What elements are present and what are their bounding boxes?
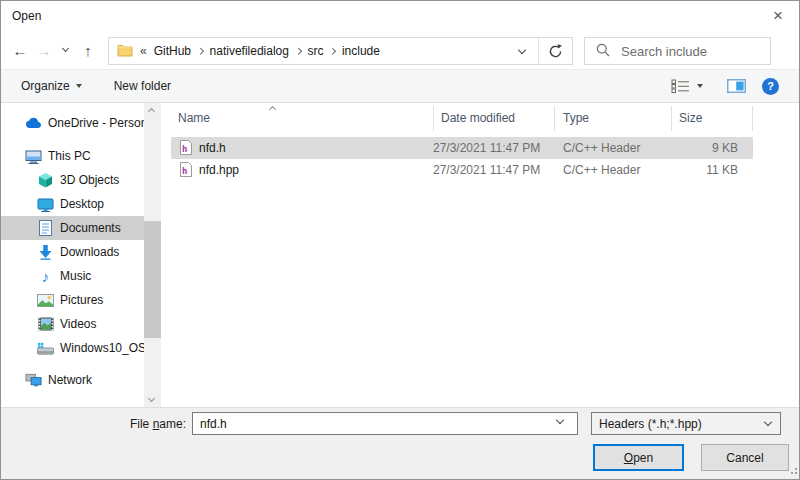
sidebar-item-label: Videos	[60, 317, 96, 331]
address-bar[interactable]: « GitHub nativefiledialog src include	[108, 37, 573, 65]
new-folder-label: New folder	[114, 79, 171, 93]
forward-button: →	[33, 31, 55, 69]
open-button[interactable]: Open	[593, 444, 684, 471]
search-box[interactable]	[584, 37, 771, 65]
caret-down-icon	[697, 84, 703, 88]
sidebar-items: OneDrive - Person This PC 3D Objects	[1, 111, 144, 392]
sidebar-item-videos[interactable]: Videos	[1, 312, 144, 336]
videos-icon	[37, 317, 54, 331]
sidebar-item-label: Windows10_OS (	[60, 341, 144, 355]
sidebar-item-label: Pictures	[60, 293, 103, 307]
cancel-button[interactable]: Cancel	[701, 444, 789, 471]
address-dropdown-chevron-icon[interactable]	[506, 38, 538, 64]
breadcrumb-chevron-icon[interactable]	[197, 48, 203, 54]
main-area: OneDrive - Person This PC 3D Objects	[1, 103, 800, 407]
sidebar-item-onedrive[interactable]: OneDrive - Person	[1, 111, 144, 135]
preview-pane-icon	[727, 79, 746, 93]
file-type-value: Headers (*.h;*.hpp)	[599, 417, 702, 431]
file-type: C/C++ Header	[563, 163, 640, 177]
header-file-icon: h	[180, 140, 192, 158]
navigation-row: ← → ↑ « GitHub nativefiledialog src incl…	[1, 31, 799, 69]
file-list: Name Date modified Type Size h nfd.h 27/…	[171, 103, 800, 407]
sidebar-item-label: 3D Objects	[60, 173, 119, 187]
breadcrumb-segment[interactable]: include	[337, 44, 385, 58]
search-input[interactable]	[619, 43, 770, 60]
file-name-input[interactable]	[192, 412, 578, 435]
column-divider[interactable]	[752, 106, 753, 131]
dialog-title: Open	[12, 9, 41, 23]
column-divider[interactable]	[554, 106, 555, 131]
onedrive-cloud-icon	[25, 117, 42, 129]
breadcrumb-chevron-icon[interactable]	[330, 48, 336, 54]
command-toolbar: Organize New folder ?	[1, 69, 799, 103]
breadcrumb-segment[interactable]: GitHub	[149, 44, 196, 58]
close-icon[interactable]: ×	[767, 5, 789, 27]
this-pc-icon	[25, 149, 42, 164]
open-file-dialog: Open × ← → ↑ « GitHub nativefiledialog s…	[0, 0, 800, 480]
documents-icon	[37, 220, 54, 236]
file-row-nfd-hpp[interactable]: h nfd.hpp 27/3/2021 11:47 PM C/C++ Heade…	[171, 159, 753, 181]
refresh-icon[interactable]	[539, 38, 572, 64]
details-view-icon	[671, 79, 691, 93]
organize-button[interactable]: Organize	[21, 79, 82, 93]
breadcrumb-overflow[interactable]: «	[140, 44, 147, 58]
breadcrumb-chevron-icon[interactable]	[295, 48, 301, 54]
column-header-date-modified[interactable]: Date modified	[441, 111, 515, 125]
breadcrumb-segment[interactable]: nativefiledialog	[205, 44, 294, 58]
recent-locations-chevron-icon[interactable]	[58, 31, 72, 69]
file-size: 9 KB	[641, 141, 738, 155]
network-icon	[25, 373, 42, 387]
scroll-up-icon[interactable]	[148, 108, 155, 115]
sidebar-item-label: This PC	[48, 149, 91, 163]
resize-grip-icon[interactable]	[788, 464, 798, 478]
sidebar-item-network[interactable]: Network	[1, 368, 144, 392]
sidebar-item-downloads[interactable]: Downloads	[1, 240, 144, 264]
breadcrumb-segment[interactable]: src	[302, 44, 328, 58]
file-name-label: File name:	[1, 417, 186, 431]
file-size: 11 KB	[641, 163, 738, 177]
file-row-nfd-h[interactable]: h nfd.h 27/3/2021 11:47 PM C/C++ Header …	[171, 137, 753, 159]
sidebar-scrollbar[interactable]	[144, 103, 161, 407]
preview-pane-button[interactable]	[727, 79, 746, 93]
organize-label: Organize	[21, 79, 70, 93]
sidebar-item-3d-objects[interactable]: 3D Objects	[1, 168, 144, 192]
file-date-modified: 27/3/2021 11:47 PM	[433, 141, 540, 155]
new-folder-button[interactable]: New folder	[114, 79, 171, 93]
3d-objects-icon	[37, 172, 54, 188]
up-button[interactable]: ↑	[77, 31, 99, 69]
navigation-sidebar: OneDrive - Person This PC 3D Objects	[1, 103, 171, 407]
sidebar-spacer	[1, 135, 144, 144]
column-header-size[interactable]: Size	[679, 111, 702, 125]
sidebar-item-label: OneDrive - Person	[48, 116, 144, 130]
column-divider[interactable]	[433, 106, 434, 131]
address-bar-controls	[506, 38, 572, 64]
sidebar-item-label: Desktop	[60, 197, 104, 211]
column-header-name[interactable]: Name	[178, 111, 210, 125]
sidebar-item-label: Documents	[60, 221, 121, 235]
sidebar-item-music[interactable]: ♪ Music	[1, 264, 144, 288]
sidebar-item-windows10-os[interactable]: Windows10_OS (	[1, 336, 144, 360]
column-header-type[interactable]: Type	[563, 111, 589, 125]
file-name: nfd.h	[199, 141, 226, 155]
svg-text:h: h	[182, 144, 187, 154]
title-bar: Open ×	[1, 1, 799, 31]
sidebar-item-label: Music	[60, 269, 91, 283]
change-view-button[interactable]	[671, 79, 703, 93]
sidebar-item-desktop[interactable]: Desktop	[1, 192, 144, 216]
sidebar-item-pictures[interactable]: Pictures	[1, 288, 144, 312]
help-button[interactable]: ?	[762, 78, 779, 95]
sidebar-item-this-pc[interactable]: This PC	[1, 144, 144, 168]
file-date-modified: 27/3/2021 11:47 PM	[433, 163, 540, 177]
sidebar-item-label: Network	[48, 373, 92, 387]
file-type-chevron-icon	[764, 418, 772, 426]
scroll-down-icon[interactable]	[148, 395, 155, 402]
back-button[interactable]: ←	[9, 31, 31, 69]
column-divider[interactable]	[671, 106, 672, 131]
sidebar-item-documents[interactable]: Documents	[1, 216, 144, 240]
svg-text:h: h	[182, 166, 187, 176]
pictures-icon	[37, 294, 54, 307]
caret-down-icon	[76, 84, 82, 88]
scrollbar-thumb[interactable]	[144, 221, 161, 338]
desktop-icon	[37, 197, 54, 212]
file-type-select[interactable]: Headers (*.h;*.hpp)	[591, 412, 781, 435]
